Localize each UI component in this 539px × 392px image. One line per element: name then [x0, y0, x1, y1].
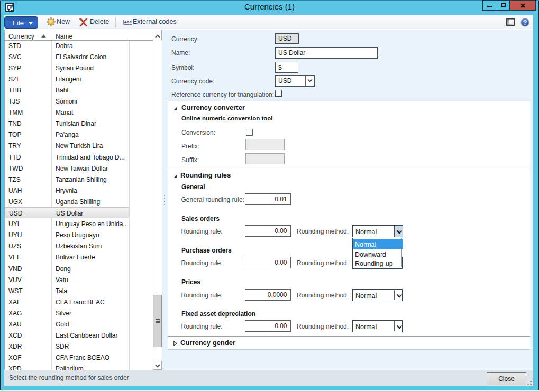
svg-text:?: ?: [523, 19, 527, 26]
